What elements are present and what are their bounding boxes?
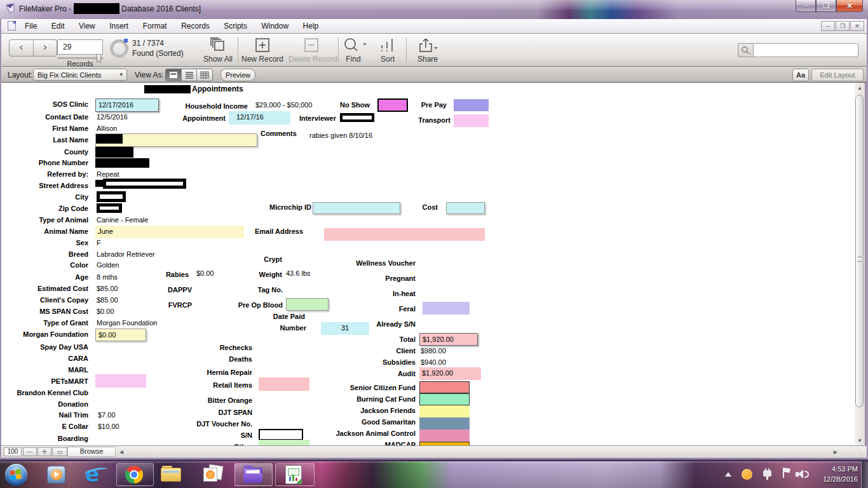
field-comments[interactable]: rabies given 8/10/16 xyxy=(309,132,372,139)
quick-find-box[interactable] xyxy=(738,43,858,57)
mode-dropdown[interactable]: Browse xyxy=(67,447,116,457)
field-sex[interactable]: F xyxy=(97,239,101,247)
field-subsidies[interactable]: $940.00 xyxy=(421,358,446,366)
field-animal-name[interactable]: June xyxy=(95,226,244,238)
field-weight[interactable]: 43.6 lbs xyxy=(286,269,311,277)
taskbar-photo-viewer-icon[interactable] xyxy=(203,465,224,483)
zoom-in-button[interactable]: ✛ xyxy=(37,447,51,456)
menu-records[interactable]: Records xyxy=(175,19,215,30)
field-sos-clinic[interactable]: 12/17/2016 xyxy=(95,98,159,112)
tray-action-center-icon[interactable] xyxy=(783,468,792,480)
zoom-level[interactable]: 100 xyxy=(4,447,22,456)
record-nav-buttons[interactable]: ‹ › xyxy=(9,39,57,57)
field-rabies[interactable]: $0.00 xyxy=(196,269,214,277)
field-burning-cat-fund[interactable] xyxy=(419,393,470,405)
field-ms-span-cost[interactable]: $0.00 xyxy=(97,308,114,315)
mdi-close-button[interactable]: ✕ xyxy=(850,21,864,31)
vertical-scrollbar-thumb[interactable] xyxy=(855,95,864,407)
field-sn[interactable] xyxy=(259,429,303,440)
taskbar-ie-icon[interactable]: e xyxy=(85,464,107,485)
maximize-button[interactable]: ❐ xyxy=(816,0,836,12)
taskbar-wmp-icon[interactable] xyxy=(47,466,65,484)
search-icon[interactable] xyxy=(738,43,753,57)
mdi-minimize-button[interactable]: – xyxy=(821,21,835,31)
field-good-samaritan[interactable] xyxy=(419,417,470,430)
taskbar-explorer-icon[interactable] xyxy=(161,466,182,482)
menu-insert[interactable]: Insert xyxy=(104,19,134,30)
menu-scripts[interactable]: Scripts xyxy=(218,19,253,30)
field-retail-items[interactable] xyxy=(259,377,309,391)
field-first-name[interactable]: Allison xyxy=(97,125,117,132)
sort-button[interactable]: Sort xyxy=(376,37,399,64)
field-contact-date[interactable]: 12/5/2016 xyxy=(97,113,128,121)
field-type-of-grant[interactable]: Morgan Foundation xyxy=(97,319,157,327)
field-estimated-cost[interactable]: $85.00 xyxy=(97,285,118,292)
hscroll-right-arrow[interactable]: ▶ xyxy=(834,449,837,455)
menu-help[interactable]: Help xyxy=(297,19,325,30)
field-pre-op-blood[interactable] xyxy=(286,298,329,311)
layout-dropdown[interactable]: Big Fix Clinic Clients xyxy=(33,69,127,81)
tray-avira-icon[interactable] xyxy=(742,469,752,480)
search-input[interactable] xyxy=(753,43,858,57)
mdi-restore-button[interactable]: ❐ xyxy=(836,21,850,31)
field-senior-citizen-fund[interactable] xyxy=(419,381,470,393)
hscroll-left-arrow[interactable]: ◀ xyxy=(119,449,123,455)
show-desktop-button[interactable] xyxy=(861,461,868,488)
find-button[interactable]: Find xyxy=(342,37,365,64)
field-email-address[interactable] xyxy=(324,228,485,241)
field-clients-copay[interactable]: $85.00 xyxy=(97,296,118,304)
field-age[interactable]: 8 mths xyxy=(97,273,118,281)
field-referred-by[interactable]: Repeat xyxy=(97,170,119,178)
table-view-button[interactable] xyxy=(197,69,212,81)
scroll-down-arrow[interactable]: ▼ xyxy=(855,435,865,445)
show-all-button[interactable]: Show All xyxy=(202,37,234,64)
tray-volume-icon[interactable] xyxy=(796,469,812,480)
field-cost[interactable] xyxy=(446,202,485,214)
current-record-input[interactable]: 29 xyxy=(57,39,103,55)
taskbar-filemaker-icon[interactable] xyxy=(243,465,263,484)
share-button[interactable]: Share xyxy=(413,37,442,64)
field-jackson-animal-control[interactable] xyxy=(419,430,470,442)
minimize-button[interactable]: – xyxy=(796,0,816,12)
field-e-collar[interactable]: $10.00 xyxy=(98,423,119,430)
form-view-button[interactable] xyxy=(166,69,182,81)
new-record-button[interactable]: New Record xyxy=(241,37,283,64)
format-text-button[interactable]: Aa xyxy=(792,69,809,81)
field-color[interactable]: Golden xyxy=(97,261,119,269)
field-feral[interactable] xyxy=(423,302,470,315)
field-morgan-foundation[interactable]: $0.00 xyxy=(95,329,146,341)
scroll-up-arrow[interactable]: ▲ xyxy=(855,83,865,93)
field-type-of-animal[interactable]: Canine - Female xyxy=(97,216,148,224)
menu-file[interactable]: File xyxy=(19,19,43,30)
menu-edit[interactable]: Edit xyxy=(46,19,71,30)
close-button[interactable]: ✕ xyxy=(836,0,863,12)
field-other[interactable] xyxy=(259,440,309,445)
tray-hidden-icons-arrow[interactable] xyxy=(725,472,731,477)
edit-layout-button[interactable]: Edit Layout xyxy=(811,69,864,81)
field-petsmart[interactable] xyxy=(95,374,146,388)
field-breed[interactable]: Labrador Retriever xyxy=(97,250,155,258)
field-household-income[interactable]: $29,000 - $50,000 xyxy=(255,101,312,109)
delete-record-button[interactable]: Delete Record xyxy=(288,37,334,64)
field-appointment[interactable]: 12/17/16 xyxy=(229,111,290,125)
list-view-button[interactable] xyxy=(182,69,198,81)
formatting-bar-button[interactable]: ▭ xyxy=(52,447,67,456)
preview-button[interactable]: Preview xyxy=(220,69,255,81)
taskbar-chrome-icon[interactable] xyxy=(125,466,143,484)
next-record-button[interactable]: › xyxy=(34,40,57,56)
field-pre-pay[interactable] xyxy=(454,99,489,111)
start-button[interactable] xyxy=(5,464,27,486)
field-audit[interactable]: $1,920.00 xyxy=(419,367,481,380)
tray-power-icon[interactable] xyxy=(763,468,773,480)
field-client[interactable]: $980.00 xyxy=(421,347,446,355)
previous-record-button[interactable]: ‹ xyxy=(10,40,34,56)
field-total[interactable]: $1,920.00 xyxy=(419,333,478,346)
field-jackson-friends[interactable] xyxy=(419,405,470,417)
field-microchip-id[interactable] xyxy=(313,202,400,214)
menu-window[interactable]: Window xyxy=(255,19,294,30)
menu-format[interactable]: Format xyxy=(137,19,173,30)
field-transport[interactable] xyxy=(454,114,489,127)
taskbar-calc-icon[interactable] xyxy=(285,465,302,484)
field-nail-trim[interactable]: $7.00 xyxy=(98,411,116,419)
zoom-out-button[interactable]: — xyxy=(23,447,37,456)
